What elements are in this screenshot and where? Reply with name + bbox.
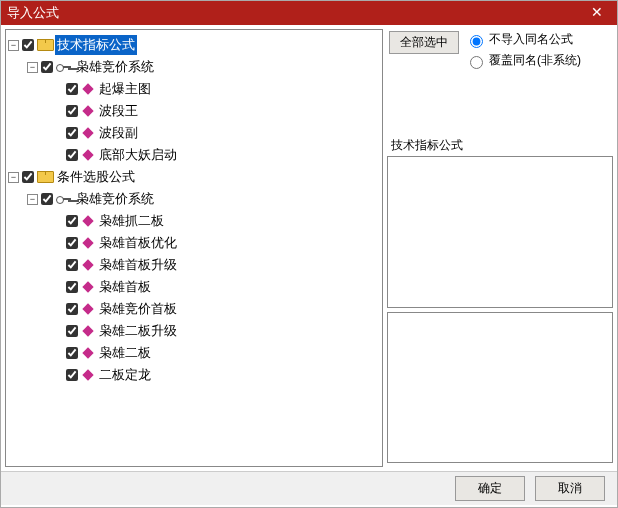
diamond-icon <box>82 105 93 116</box>
checkbox[interactable] <box>66 369 78 381</box>
options-row: 全部选中 不导入同名公式 覆盖同名(非系统) <box>387 29 613 75</box>
checkbox[interactable] <box>66 259 78 271</box>
info-box-2 <box>387 312 613 464</box>
checkbox[interactable] <box>66 237 78 249</box>
radio-skip-same-name[interactable]: 不导入同名公式 <box>465 31 581 48</box>
diamond-icon <box>82 325 93 336</box>
diamond-icon <box>82 281 93 292</box>
checkbox[interactable] <box>41 61 53 73</box>
node-label[interactable]: 枭雄竞价首板 <box>97 299 179 319</box>
checkbox[interactable] <box>66 215 78 227</box>
tree-row-item[interactable]: 底部大妖启动 <box>8 144 380 166</box>
node-label[interactable]: 枭雄首板优化 <box>97 233 179 253</box>
checkbox[interactable] <box>66 303 78 315</box>
radio-input[interactable] <box>470 35 483 48</box>
checkbox[interactable] <box>66 149 78 161</box>
tree-row-item[interactable]: 枭雄二板 <box>8 342 380 364</box>
node-label[interactable]: 二板定龙 <box>97 365 153 385</box>
checkbox[interactable] <box>66 347 78 359</box>
key-icon <box>56 193 72 205</box>
diamond-icon <box>82 303 93 314</box>
tree-row-item[interactable]: 枭雄二板升级 <box>8 320 380 342</box>
window-title: 导入公式 <box>7 5 59 20</box>
checkbox[interactable] <box>22 171 34 183</box>
node-label[interactable]: 枭雄抓二板 <box>97 211 166 231</box>
node-label[interactable]: 枭雄竞价系统 <box>74 189 156 209</box>
expander-icon[interactable]: − <box>27 194 38 205</box>
diamond-icon <box>82 369 93 380</box>
tree-row-item[interactable]: 枭雄首板升级 <box>8 254 380 276</box>
checkbox[interactable] <box>66 83 78 95</box>
tree-row-condition[interactable]: − 条件选股公式 <box>8 166 380 188</box>
checkbox[interactable] <box>66 281 78 293</box>
tree-row-item[interactable]: 波段王 <box>8 100 380 122</box>
diamond-icon <box>82 83 93 94</box>
radio-override-same-name[interactable]: 覆盖同名(非系统) <box>465 52 581 69</box>
close-icon: ✕ <box>591 4 603 20</box>
bottom-bar: 确定 取消 <box>1 471 617 505</box>
node-label[interactable]: 枭雄首板升级 <box>97 255 179 275</box>
node-label[interactable]: 条件选股公式 <box>55 167 137 187</box>
checkbox[interactable] <box>66 105 78 117</box>
diamond-icon <box>82 127 93 138</box>
checkbox[interactable] <box>66 127 78 139</box>
diamond-icon <box>82 215 93 226</box>
tree-row-item[interactable]: 起爆主图 <box>8 78 380 100</box>
diamond-icon <box>82 149 93 160</box>
diamond-icon <box>82 237 93 248</box>
node-label[interactable]: 枭雄竞价系统 <box>74 57 156 77</box>
tree-row-system[interactable]: − 枭雄竞价系统 <box>8 56 380 78</box>
expander-icon[interactable]: − <box>27 62 38 73</box>
folder-icon <box>37 39 52 51</box>
radio-label: 不导入同名公式 <box>489 31 573 48</box>
expander-icon[interactable]: − <box>8 40 19 51</box>
right-pane: 全部选中 不导入同名公式 覆盖同名(非系统) 技术指标公式 <box>387 25 617 471</box>
radio-label: 覆盖同名(非系统) <box>489 52 581 69</box>
titlebar: 导入公式 ✕ <box>1 1 617 25</box>
node-label[interactable]: 底部大妖启动 <box>97 145 179 165</box>
node-label[interactable]: 波段副 <box>97 123 140 143</box>
node-label[interactable]: 起爆主图 <box>97 79 153 99</box>
tree-row-item[interactable]: 枭雄抓二板 <box>8 210 380 232</box>
ok-button[interactable]: 确定 <box>455 476 525 501</box>
checkbox[interactable] <box>22 39 34 51</box>
key-icon <box>56 61 72 73</box>
content-area: − 技术指标公式 − 枭雄竞价系统 起爆主图 波段王 <box>1 25 617 471</box>
node-label[interactable]: 枭雄二板 <box>97 343 153 363</box>
radio-input[interactable] <box>470 56 483 69</box>
checkbox[interactable] <box>66 325 78 337</box>
tree-row-system[interactable]: − 枭雄竞价系统 <box>8 188 380 210</box>
tree-row-item[interactable]: 枭雄竞价首板 <box>8 298 380 320</box>
select-all-button[interactable]: 全部选中 <box>389 31 459 54</box>
cancel-button[interactable]: 取消 <box>535 476 605 501</box>
import-mode-group: 不导入同名公式 覆盖同名(非系统) <box>465 31 581 69</box>
expander-icon[interactable]: − <box>8 172 19 183</box>
tree-pane[interactable]: − 技术指标公式 − 枭雄竞价系统 起爆主图 波段王 <box>5 29 383 467</box>
folder-icon <box>37 171 52 183</box>
checkbox[interactable] <box>41 193 53 205</box>
tree-row-tech-indicator[interactable]: − 技术指标公式 <box>8 34 380 56</box>
node-label[interactable]: 技术指标公式 <box>55 35 137 55</box>
node-label[interactable]: 枭雄二板升级 <box>97 321 179 341</box>
tree-row-item[interactable]: 枭雄首板 <box>8 276 380 298</box>
info-header: 技术指标公式 <box>387 135 613 156</box>
diamond-icon <box>82 259 93 270</box>
diamond-icon <box>82 347 93 358</box>
node-label[interactable]: 波段王 <box>97 101 140 121</box>
tree-row-item[interactable]: 枭雄首板优化 <box>8 232 380 254</box>
info-box-1 <box>387 156 613 308</box>
node-label[interactable]: 枭雄首板 <box>97 277 153 297</box>
close-button[interactable]: ✕ <box>577 1 617 25</box>
tree-row-item[interactable]: 二板定龙 <box>8 364 380 386</box>
tree-row-item[interactable]: 波段副 <box>8 122 380 144</box>
